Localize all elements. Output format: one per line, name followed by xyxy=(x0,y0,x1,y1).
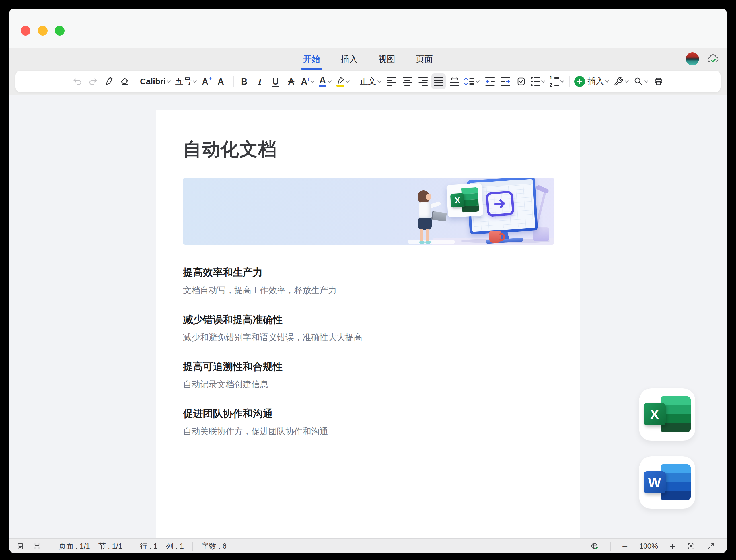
account-area xyxy=(686,52,719,65)
chevron-down-icon xyxy=(310,79,315,84)
numbered-list-icon: 1 2 xyxy=(550,76,559,87)
chevron-down-icon xyxy=(605,79,610,84)
distribute-button[interactable] xyxy=(447,73,461,89)
section-heading[interactable]: 促进团队协作和沟通 xyxy=(183,407,527,420)
section-body[interactable]: 自动关联协作方，促进团队协作和沟通 xyxy=(183,426,527,437)
arrow-right-icon xyxy=(493,198,507,209)
section-heading[interactable]: 减少错误和提高准确性 xyxy=(183,313,527,326)
decrease-font-button[interactable]: A− xyxy=(215,73,230,89)
insert-button[interactable]: 插入 xyxy=(573,73,611,89)
excel-mini-logo: X xyxy=(450,187,480,213)
person-laptop xyxy=(431,211,447,222)
language-globe-icon[interactable] xyxy=(590,542,599,551)
outdent-button[interactable] xyxy=(483,73,497,89)
zoom-button[interactable] xyxy=(55,26,65,36)
section-body[interactable]: 减少和避免错别字和语义错误，准确性大大提高 xyxy=(183,332,527,343)
increase-font-glyph: A xyxy=(202,77,208,86)
fit-page-icon[interactable] xyxy=(686,542,695,551)
doc-title[interactable]: 自动化文档 xyxy=(183,137,277,162)
redo-icon xyxy=(88,76,98,87)
fullscreen-icon[interactable] xyxy=(706,542,715,551)
excel-logo-tile: X xyxy=(644,403,666,425)
doc-section: 提高效率和生产力 文档自动写，提高工作效率，释放生产力 xyxy=(183,266,527,296)
document-page[interactable]: 自动化文档 xyxy=(156,110,580,538)
bold-button[interactable]: B xyxy=(237,73,251,89)
section-body[interactable]: 文档自动写，提高工作效率，释放生产力 xyxy=(183,285,527,296)
font-color-button[interactable]: A xyxy=(318,73,333,89)
section-body[interactable]: 自动记录文档创建信息 xyxy=(183,379,527,390)
person-body xyxy=(419,202,431,219)
search-button[interactable] xyxy=(632,73,650,89)
chevron-down-icon xyxy=(624,79,629,84)
tab-view[interactable]: 视图 xyxy=(376,52,398,67)
bullet-list-button[interactable] xyxy=(530,73,547,89)
highlight-color-button[interactable] xyxy=(335,73,351,89)
tab-home[interactable]: 开始 xyxy=(301,52,322,67)
line-spacing-button[interactable] xyxy=(463,73,481,89)
person-face xyxy=(426,194,431,200)
excel-logo: X xyxy=(643,396,691,433)
page-break-icon[interactable] xyxy=(33,542,41,550)
outdent-icon xyxy=(485,77,495,86)
tab-page-label: 页面 xyxy=(416,54,433,64)
chevron-down-icon xyxy=(560,79,565,84)
numbered-list-button[interactable]: 1 2 xyxy=(548,73,566,89)
bullet-list-icon xyxy=(531,77,540,86)
coffee-mug xyxy=(489,231,501,243)
minimize-button[interactable] xyxy=(38,26,48,36)
font-name-value: Calibri xyxy=(140,77,166,86)
undo-button[interactable] xyxy=(70,73,85,89)
user-avatar[interactable] xyxy=(686,52,699,65)
clear-format-button[interactable] xyxy=(117,73,131,89)
close-button[interactable] xyxy=(21,26,30,36)
person-leg xyxy=(420,229,423,242)
doc-section: 提高可追溯性和合规性 自动记录文档创建信息 xyxy=(183,360,527,390)
zoom-level[interactable]: 100% xyxy=(639,542,658,551)
tools-button[interactable] xyxy=(612,73,630,89)
align-center-button[interactable] xyxy=(400,73,414,89)
justify-button[interactable] xyxy=(431,73,446,89)
redo-button[interactable] xyxy=(86,73,100,89)
effects-accent: i xyxy=(308,76,310,83)
underline-button[interactable]: U xyxy=(268,73,283,89)
zoom-in-button[interactable]: + xyxy=(669,542,675,551)
text-effects-glyph: A xyxy=(301,77,307,86)
undo-icon xyxy=(72,76,83,87)
align-right-button[interactable] xyxy=(416,73,430,89)
tab-page[interactable]: 页面 xyxy=(414,52,435,67)
format-painter-button[interactable] xyxy=(102,73,116,89)
word-app-card[interactable]: W xyxy=(639,456,696,509)
search-icon xyxy=(633,76,643,87)
cloud-sync-icon[interactable] xyxy=(706,53,719,65)
page-view-icon[interactable] xyxy=(17,542,24,550)
chevron-down-icon xyxy=(192,79,197,84)
font-name-select[interactable]: Calibri xyxy=(139,73,172,89)
checklist-button[interactable] xyxy=(514,73,528,89)
eraser-icon xyxy=(119,76,129,87)
font-size-select[interactable]: 五号 xyxy=(174,73,198,89)
strikethrough-button[interactable]: A xyxy=(284,73,298,89)
align-left-button[interactable] xyxy=(385,73,399,89)
section-heading[interactable]: 提高效率和生产力 xyxy=(183,266,527,279)
zoom-out-button[interactable]: − xyxy=(622,542,628,551)
tab-insert[interactable]: 插入 xyxy=(338,52,360,67)
format-painter-icon xyxy=(104,76,114,87)
doc-banner-image[interactable]: X xyxy=(183,178,554,245)
section-heading[interactable]: 提高可追溯性和合规性 xyxy=(183,360,527,373)
toolbar: Calibri 五号 A+ A− B I U A Ai A xyxy=(15,71,721,92)
plus-mark: + xyxy=(209,76,212,82)
chevron-down-icon xyxy=(327,79,332,84)
highlight-swatch xyxy=(336,85,344,87)
text-effects-button[interactable]: Ai xyxy=(300,73,316,89)
section-count: 节 : 1/1 xyxy=(98,541,122,551)
excel-app-card[interactable]: X xyxy=(639,388,696,441)
number-two: 2 xyxy=(550,83,552,87)
italic-button[interactable]: I xyxy=(253,73,267,89)
paragraph-style-select[interactable]: 正文 xyxy=(359,73,383,89)
chevron-down-icon xyxy=(644,79,649,84)
align-center-icon xyxy=(403,77,412,86)
increase-font-button[interactable]: A+ xyxy=(200,73,214,89)
print-button[interactable] xyxy=(651,73,666,89)
chevron-down-icon xyxy=(475,79,480,84)
indent-button[interactable] xyxy=(498,73,513,89)
